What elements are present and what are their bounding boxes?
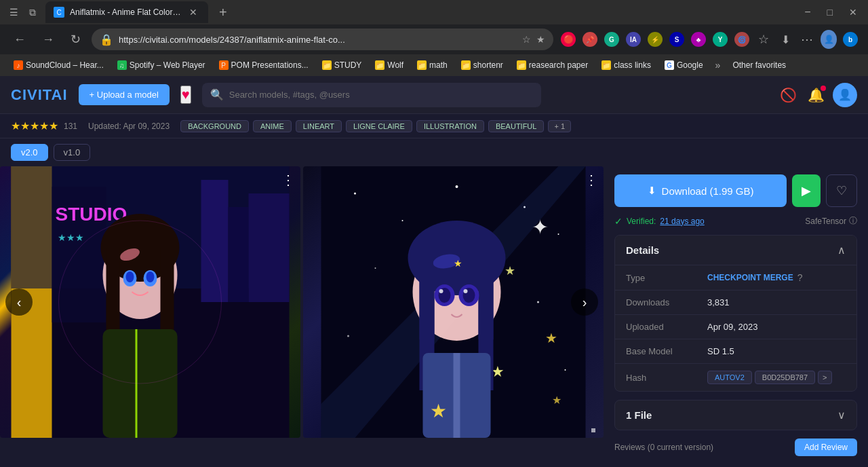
bookmark-research[interactable]: 📁 reasearch paper — [511, 59, 593, 71]
search-input[interactable] — [229, 90, 533, 100]
details-header[interactable]: Details ∧ — [615, 236, 856, 265]
extension-icon-5[interactable]: ⚡ — [646, 30, 665, 49]
hide-nsfw-btn[interactable]: 🚫 — [777, 84, 800, 106]
civitai-header: CIVITAI + Upload a model ♥ 🔍 🚫 🔔 👤 — [0, 76, 868, 114]
download-btn-row: ⬇ Download (1.99 GB) ▶ ♡ — [614, 174, 857, 207]
back-btn[interactable]: ← — [8, 30, 31, 50]
minimize-btn[interactable]: − — [799, 6, 816, 18]
tag-lineart[interactable]: LINEART — [296, 120, 342, 132]
gallery-menu-1[interactable]: ⋮ — [281, 172, 295, 188]
bookmarks-more-btn[interactable]: » — [711, 58, 725, 72]
gallery-next-btn[interactable]: › — [571, 288, 598, 316]
files-header[interactable]: 1 File ∨ — [615, 400, 856, 430]
star-icon[interactable]: ☆ — [522, 34, 531, 45]
details-uploaded-row: Uploaded Apr 09, 2023 — [615, 314, 856, 339]
download-btn[interactable]: ⬇ Download (1.99 GB) — [614, 174, 787, 207]
nav-icons: 🔴 📌 G IA ⚡ S ♣ Y 🌀 — [559, 30, 860, 49]
details-type-label: Type — [626, 273, 707, 283]
play-btn[interactable]: ▶ — [792, 174, 821, 207]
svg-text:★: ★ — [430, 400, 447, 422]
gallery-menu-2[interactable]: ⋮ — [585, 172, 598, 188]
safetensor-info-icon[interactable]: ⓘ — [849, 215, 857, 227]
extension-icon-2[interactable]: 📌 — [580, 30, 599, 49]
bookmark-wolf[interactable]: 📁 Wolf — [370, 59, 409, 71]
tag-illustration[interactable]: ILLUSTRATION — [416, 120, 484, 132]
sidebar-toggle-btn[interactable]: ☰ — [5, 5, 22, 20]
svg-rect-41 — [479, 272, 494, 339]
hash-arrow-btn[interactable]: > — [818, 371, 831, 384]
folder-icon-study: 📁 — [322, 60, 332, 70]
window-controls: ☰ ⧉ — [5, 5, 40, 20]
folder-icon-shortenr: 📁 — [461, 60, 471, 70]
model-meta: ★★★★★ 131 Updated: Apr 09, 2023 BACKGROU… — [0, 114, 868, 138]
details-basemodel-value: SD 1.5 — [707, 346, 846, 356]
refresh-btn[interactable]: ↻ — [65, 29, 86, 50]
type-info-icon[interactable]: ? — [797, 272, 803, 283]
forward-btn[interactable]: → — [37, 30, 60, 50]
bing-icon-btn[interactable]: b — [841, 30, 860, 49]
bookmark-math[interactable]: 📁 math — [412, 59, 453, 71]
extension-icon-4[interactable]: IA — [624, 30, 643, 49]
new-tab-btn[interactable]: + — [214, 5, 233, 20]
bookmark-study[interactable]: 📁 STUDY — [317, 59, 368, 71]
extension-icon-6[interactable]: S — [667, 30, 686, 49]
tag-anime[interactable]: ANIME — [253, 120, 292, 132]
verified-date-link[interactable]: 21 days ago — [660, 217, 704, 226]
svg-text:★: ★ — [505, 264, 515, 278]
soundcloud-icon: ♪ — [14, 60, 23, 70]
tag-ligne-claire[interactable]: LIGNE CLAIRE — [346, 120, 412, 132]
gallery-prev-btn[interactable]: ‹ — [5, 288, 33, 316]
gallery-image-1[interactable]: STUDIO ★★★ — [0, 166, 300, 438]
svg-point-24 — [456, 185, 458, 188]
favorites-btn[interactable]: ♥ — [180, 86, 191, 104]
svg-point-48 — [464, 289, 468, 293]
menu-icon-btn[interactable]: ⋯ — [797, 30, 816, 49]
reviews-row: Reviews (0 current version) Add Review — [614, 438, 857, 456]
extension-icon-7[interactable]: ♣ — [689, 30, 708, 49]
svg-point-29 — [565, 369, 566, 371]
version-tab-v2[interactable]: v2.0 — [11, 144, 48, 161]
extension-icon-9[interactable]: 🌀 — [732, 30, 751, 49]
version-tab-v1[interactable]: v1.0 — [54, 144, 91, 161]
gallery-image-2[interactable]: ✦ ★ ★ ★ — [303, 166, 604, 438]
hash-pill-value[interactable]: B0D25DB787 — [755, 371, 815, 384]
svg-point-26 — [558, 234, 559, 235]
bookmark-spotify[interactable]: ♫ Spotify – Web Player — [112, 59, 211, 71]
verified-text: ✓ Verified: 21 days ago — [614, 216, 705, 227]
active-tab[interactable]: C Aniflatmix - Anime Flat Color Sty... ✕ — [45, 1, 208, 23]
bookmark-shortenr[interactable]: 📁 shortenr — [456, 59, 509, 71]
browser-window: ☰ ⧉ C Aniflatmix - Anime Flat Color Sty.… — [0, 0, 868, 467]
user-avatar-btn[interactable]: 👤 — [819, 30, 838, 49]
search-bar[interactable]: 🔍 — [202, 83, 541, 107]
bookmark-icon-btn[interactable]: ☆ — [754, 30, 773, 49]
tag-more[interactable]: + 1 — [548, 120, 571, 132]
svg-rect-40 — [420, 272, 435, 339]
add-review-btn[interactable]: Add Review — [795, 438, 857, 456]
wishlist-btn[interactable]: ♡ — [826, 174, 857, 207]
bookmark-classlinks[interactable]: 📁 class links — [596, 59, 656, 71]
details-panel: Details ∧ Type CHECKPOINT MERGE ? Downlo… — [614, 235, 857, 392]
bookmark-soundcloud[interactable]: ♪ SoundCloud – Hear... — [8, 59, 109, 71]
files-collapse-icon: ∨ — [837, 409, 846, 422]
close-btn[interactable]: ✕ — [844, 7, 863, 18]
svg-point-23 — [402, 220, 403, 221]
hash-pill-autov2[interactable]: AUTOV2 — [707, 371, 752, 384]
extension-icon-8[interactable]: Y — [711, 30, 730, 49]
notification-btn[interactable]: 🔔 — [805, 84, 827, 106]
maximize-btn[interactable]: □ — [822, 7, 838, 18]
bookmark-google[interactable]: G Google — [659, 59, 709, 71]
address-bar[interactable]: 🔒 https://civitai.com/models/24387/anifl… — [92, 29, 553, 50]
user-avatar[interactable]: 👤 — [833, 83, 857, 107]
extension-icon-1[interactable]: 🔴 — [559, 30, 578, 49]
star-filled-icon[interactable]: ★ — [536, 34, 545, 45]
tab-grid-btn[interactable]: ⧉ — [25, 5, 40, 20]
downloads-icon-btn[interactable]: ⬇ — [776, 30, 795, 49]
extension-icon-3[interactable]: G — [602, 30, 621, 49]
tab-close-btn[interactable]: ✕ — [186, 5, 200, 19]
upload-model-btn[interactable]: + Upload a model — [79, 84, 170, 105]
tag-background[interactable]: BACKGROUND — [180, 120, 249, 132]
tag-beautiful[interactable]: BEAUTIFUL — [488, 120, 545, 132]
bookmark-pom[interactable]: P POM Presentations... — [214, 59, 314, 71]
svg-text:★: ★ — [545, 331, 557, 345]
bookmark-other-favorites[interactable]: Other favorites — [727, 59, 791, 71]
